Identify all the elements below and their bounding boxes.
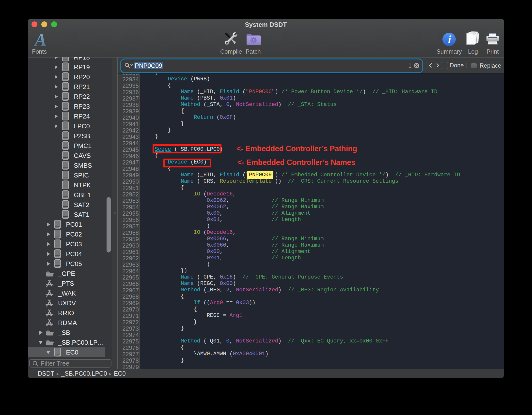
svg-text:i: i xyxy=(448,33,451,46)
svg-text:A: A xyxy=(34,32,47,47)
